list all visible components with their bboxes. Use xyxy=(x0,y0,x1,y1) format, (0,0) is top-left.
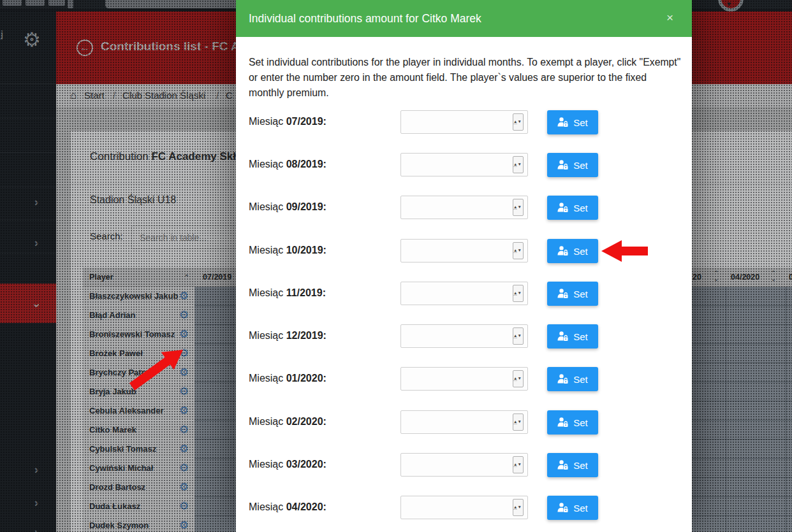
spin-down-icon[interactable]: ▼ xyxy=(517,462,521,466)
amount-input-07-2019[interactable] xyxy=(400,110,528,134)
set-button-03-2020[interactable]: Set xyxy=(547,453,598,477)
spin-down-icon[interactable]: ▼ xyxy=(517,376,521,380)
user-lock-icon xyxy=(557,160,568,170)
app-screen: ▾ j ⚙ › › ⌄ › › › ← Contributions list -… xyxy=(0,0,792,532)
number-spinner[interactable]: ▲▼ xyxy=(513,156,524,173)
close-icon[interactable]: × xyxy=(666,11,673,25)
spin-down-icon[interactable]: ▼ xyxy=(517,333,521,338)
spin-down-icon[interactable]: ▼ xyxy=(517,162,521,166)
month-label: Miesiąc 11/2019: xyxy=(249,287,326,299)
set-button-04-2020[interactable]: Set xyxy=(547,496,598,520)
spin-down-icon[interactable]: ▼ xyxy=(517,205,521,209)
amount-input-01-2020[interactable] xyxy=(400,367,528,391)
set-button-12-2019[interactable]: Set xyxy=(547,324,598,349)
month-label: Miesiąc 03/2020: xyxy=(249,459,326,470)
user-lock-icon xyxy=(557,374,568,384)
set-button-09-2019[interactable]: Set xyxy=(547,196,598,220)
set-button-01-2020[interactable]: Set xyxy=(547,367,598,391)
month-label: Miesiąc 02/2020: xyxy=(249,416,326,428)
spin-down-icon[interactable]: ▼ xyxy=(517,291,521,295)
number-spinner[interactable]: ▲▼ xyxy=(513,113,524,131)
month-label: Miesiąc 10/2019: xyxy=(249,245,326,256)
amount-input-12-2019[interactable] xyxy=(400,324,528,348)
individual-contributions-modal: Individual contributions amount for Citk… xyxy=(236,0,692,532)
set-button-11-2019[interactable]: Set xyxy=(547,282,598,306)
user-lock-icon xyxy=(557,203,568,213)
amount-input-11-2019[interactable] xyxy=(400,282,528,305)
set-button-08-2019[interactable]: Set xyxy=(547,153,598,177)
number-spinner[interactable]: ▲▼ xyxy=(513,456,524,473)
month-label: Miesiąc 12/2019: xyxy=(249,330,326,341)
month-label: Miesiąc 07/2019: xyxy=(249,116,326,127)
number-spinner[interactable]: ▲▼ xyxy=(513,327,524,345)
modal-header: Individual contributions amount for Citk… xyxy=(236,0,692,37)
number-spinner[interactable]: ▲▼ xyxy=(513,242,524,259)
spin-down-icon[interactable]: ▼ xyxy=(517,119,521,124)
user-lock-icon xyxy=(557,246,568,256)
spin-down-icon[interactable]: ▼ xyxy=(517,505,521,509)
amount-input-04-2020[interactable] xyxy=(400,496,528,519)
amount-input-09-2019[interactable] xyxy=(400,196,528,219)
number-spinner[interactable]: ▲▼ xyxy=(513,370,524,387)
user-lock-icon xyxy=(557,289,568,299)
month-label: Miesiąc 08/2019: xyxy=(249,159,326,170)
user-lock-icon xyxy=(557,331,568,341)
number-spinner[interactable]: ▲▼ xyxy=(513,413,524,431)
set-button-10-2019[interactable]: Set xyxy=(547,239,598,263)
amount-input-08-2019[interactable] xyxy=(400,153,528,176)
month-label: Miesiąc 01/2020: xyxy=(249,373,326,384)
amount-input-10-2019[interactable] xyxy=(400,239,528,262)
modal-title: Individual contributions amount for Citk… xyxy=(249,12,481,25)
spin-down-icon[interactable]: ▼ xyxy=(517,248,521,252)
number-spinner[interactable]: ▲▼ xyxy=(513,285,524,302)
modal-description: Set individual contributions for the pla… xyxy=(249,55,681,101)
number-spinner[interactable]: ▲▼ xyxy=(513,199,524,216)
number-spinner[interactable]: ▲▼ xyxy=(513,499,524,516)
spin-down-icon[interactable]: ▼ xyxy=(517,419,521,424)
set-button-07-2019[interactable]: Set xyxy=(547,110,598,134)
month-label: Miesiąc 04/2020: xyxy=(249,501,326,513)
month-label: Miesiąc 09/2019: xyxy=(249,201,326,213)
user-lock-icon xyxy=(557,417,568,428)
set-button-02-2020[interactable]: Set xyxy=(547,410,598,435)
amount-input-03-2020[interactable] xyxy=(400,453,528,477)
user-lock-icon xyxy=(557,503,568,513)
amount-input-02-2020[interactable] xyxy=(400,410,528,434)
user-lock-icon xyxy=(557,460,568,470)
user-lock-icon xyxy=(557,117,568,127)
